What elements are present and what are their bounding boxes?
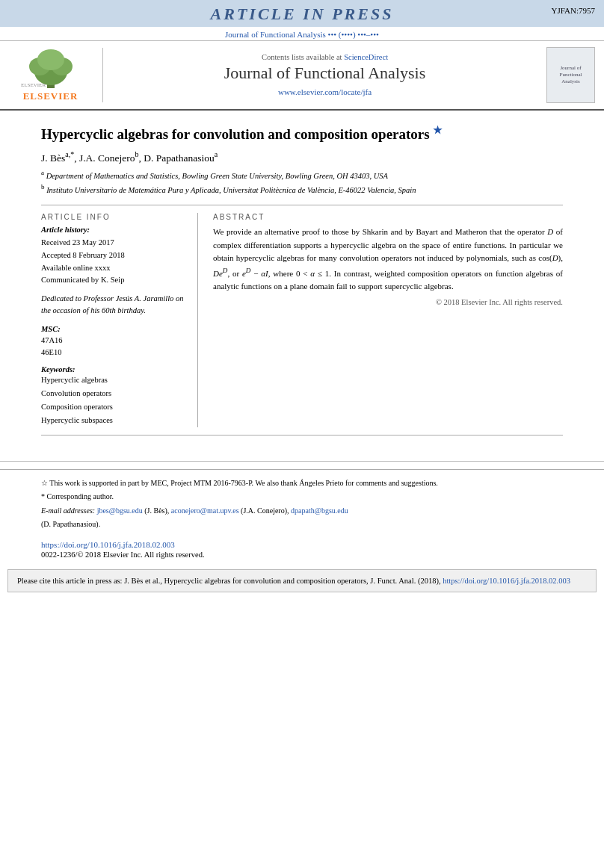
elsevier-tree-icon: ELSEVIER (17, 48, 84, 89)
keyword-4: Hypercyclic subspaces (41, 414, 188, 427)
copyright-line: © 2018 Elsevier Inc. All rights reserved… (213, 298, 563, 306)
msc-code-2: 46E10 (41, 347, 188, 359)
journal-url[interactable]: www.elsevier.com/locate/jfa (278, 87, 372, 96)
article-id: YJFAN:7957 (552, 6, 595, 15)
keyword-2: Convolution operators (41, 387, 188, 400)
journal-center: Contents lists available at ScienceDirec… (111, 53, 539, 98)
citation-doi-link[interactable]: https://doi.org/10.1016/j.jfa.2018.02.00… (443, 577, 570, 585)
doi-area: https://doi.org/10.1016/j.jfa.2018.02.00… (0, 537, 604, 563)
publisher-header: ELSEVIER ELSEVIER Contents lists availab… (0, 41, 604, 111)
article-info-abstract: ARTICLE INFO Article history: Received 2… (41, 205, 563, 435)
email3-link[interactable]: dpapath@bgsu.edu (291, 506, 348, 515)
keywords-section: Keywords: Hypercyclic algebras Convoluti… (41, 365, 188, 427)
contents-line: Contents lists available at ScienceDirec… (111, 53, 539, 61)
affiliation-a: a Department of Mathematics and Statisti… (41, 168, 563, 182)
svg-text:ELSEVIER: ELSEVIER (21, 82, 46, 88)
svg-point-4 (37, 49, 64, 70)
sciencedirect-link[interactable]: ScienceDirect (344, 53, 388, 61)
star-footnote: ☆ This work is supported in part by MEC,… (41, 477, 563, 489)
thumb-label: Journal ofFunctionalAnalysis (560, 65, 582, 85)
received-date: Received 23 May 2017 (41, 237, 188, 249)
abstract-header: ABSTRACT (213, 213, 563, 221)
msc-label: MSC: (41, 325, 61, 333)
affiliation-b: b Instituto Universitario de Matemática … (41, 182, 563, 196)
keywords-list: Hypercyclic algebras Convolution operato… (41, 373, 188, 427)
star-icon: ★ (433, 125, 443, 136)
msc-section: MSC: 47A16 46E10 (41, 323, 188, 360)
citation-box: Please cite this article in press as: J.… (7, 569, 597, 593)
keyword-3: Composition operators (41, 400, 188, 414)
authors-line: J. Bèsa,*, J.A. Conejerob, D. Papathanas… (41, 150, 563, 164)
keywords-label: Keywords: (41, 365, 188, 373)
msc-codes: 47A16 46E10 (41, 335, 188, 360)
communicated-by: Communicated by K. Seip (41, 274, 188, 287)
journal-thumbnail: Journal ofFunctionalAnalysis (546, 47, 595, 103)
banner-title: ARTICLE IN PRESS (211, 4, 394, 23)
elsevier-label: ELSEVIER (23, 90, 78, 102)
doi-link[interactable]: https://doi.org/10.1016/j.jfa.2018.02.00… (41, 540, 563, 549)
footer-notes: ☆ This work is supported in part by MEC,… (0, 469, 604, 537)
online-date: Available online xxxx (41, 262, 188, 275)
abstract-col: ABSTRACT We provide an alternative proof… (213, 213, 563, 427)
author1-sup: a,* (65, 150, 74, 158)
abstract-text: We provide an alternative proof to those… (213, 226, 563, 294)
email-label: E-mail addresses: (41, 506, 95, 515)
author3-sup: a (215, 150, 218, 158)
article-in-press-banner: ARTICLE IN PRESS YJFAN:7957 (0, 0, 604, 27)
issn-line: 0022-1236/© 2018 Elsevier Inc. All right… (41, 551, 563, 559)
article-title: Hypercyclic algebras for convolution and… (41, 124, 563, 144)
history-label: Article history: (41, 226, 188, 234)
citation-text: Please cite this article in press as: J.… (17, 577, 570, 585)
keyword-1: Hypercyclic algebras (41, 373, 188, 387)
elsevier-logo: ELSEVIER ELSEVIER (6, 48, 103, 102)
journal-ref-line: Journal of Functional Analysis ••• (••••… (0, 27, 604, 41)
msc-code-1: 47A16 (41, 335, 188, 347)
email2-link[interactable]: aconejero@mat.upv.es (171, 506, 239, 515)
email1-link[interactable]: jbes@bgsu.edu (97, 506, 143, 515)
main-content: Hypercyclic algebras for convolution and… (0, 111, 604, 453)
accepted-date: Accepted 8 February 2018 (41, 249, 188, 262)
article-info-col: ARTICLE INFO Article history: Received 2… (41, 213, 198, 427)
email-note: E-mail addresses: jbes@bgsu.edu (J. Bès)… (41, 505, 563, 517)
affiliations: a Department of Mathematics and Statisti… (41, 168, 563, 196)
article-info-header: ARTICLE INFO (41, 213, 188, 221)
email-person3: (D. Papathanasiou). (41, 518, 563, 530)
journal-title: Journal of Functional Analysis (111, 63, 539, 83)
dedication: Dedicated to Professor Jesús A. Jaramill… (41, 293, 188, 317)
corresponding-note: * Corresponding author. (41, 491, 563, 503)
footer-divider (0, 461, 604, 462)
